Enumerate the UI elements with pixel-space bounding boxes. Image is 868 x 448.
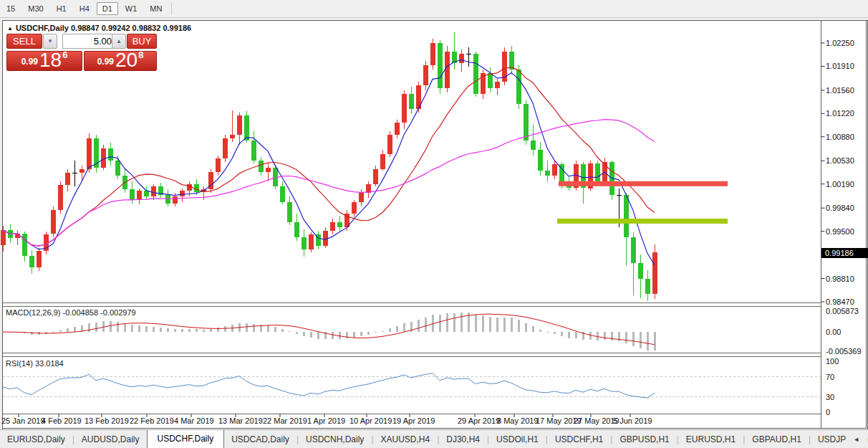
indicator-axis-label: -0.005369 [826,347,862,356]
volume-increase-icon[interactable]: ▲ [112,34,126,49]
chart-tab-usdchf-h1[interactable]: USDCHF,H1 [548,432,610,447]
chart-tab-usdjp[interactable]: USDJP [811,432,853,447]
chart-tab-gbpusd-h1[interactable]: GBPUSD,H1 [612,432,676,447]
timeframe-button-h4[interactable]: H4 [74,2,95,15]
buy-button[interactable]: BUY [127,34,157,49]
timeframe-button-h1[interactable]: H1 [51,2,72,15]
price-axis-label: 0.98810 [826,275,854,283]
price-axis-label: 1.00880 [826,133,854,141]
chart-tab-audusd-daily[interactable]: AUDUSD,Daily [74,432,147,447]
chart-tab-usdcnh-daily[interactable]: USDCNH,Daily [299,432,371,447]
toolbar-separator [171,2,172,15]
bid-pip-digit: 6 [62,49,67,60]
date-axis-label: 4 Feb 2019 [42,416,82,425]
date-axis-label: 4 Mar 2019 [174,416,214,425]
tab-scroll-left-icon[interactable]: ◄ [853,436,859,443]
price-axis-label: 1.01220 [826,109,854,118]
chart-symbol-label: USDCHF,Daily [16,24,69,32]
date-axis-label: 29 Apr 2019 [458,416,500,425]
chart-tab-eurusd-daily[interactable]: EURUSD,Daily [0,432,72,447]
timeframe-button-m30[interactable]: M30 [22,2,49,15]
date-axis-label: 1 Apr 2019 [307,416,345,425]
indicator-axis-label: 30 [826,393,834,401]
price-axis-label: 1.00530 [826,156,854,165]
indicator-axis-label: 70 [826,373,834,381]
chart-title: ▲USDCHF,Daily 0.98847 0.99242 0.98832 0.… [7,24,191,32]
indicator-axis-label: 0.005873 [826,307,859,315]
date-axis-label: 22 Feb 2019 [130,416,174,425]
timeframe-toolbar: 15M30H1H4D1W1MN [0,0,868,18]
sell-button[interactable]: SELL [6,34,42,49]
ask-big-digits: 20 [115,52,138,69]
price-axis-label: 1.01910 [826,62,854,70]
timeframe-button-w1[interactable]: W1 [120,2,143,15]
chart-tab-gbpaud-h1[interactable]: GBPAUD,H1 [745,432,808,447]
price-axis-label: 1.02250 [826,39,854,47]
chart-tab-dj30-h4[interactable]: DJ30,H4 [439,432,487,447]
timeframe-button-d1[interactable]: D1 [97,2,118,15]
indicator-axis-label: 0.00 [826,328,841,336]
date-axis-label: 13 Feb 2019 [85,416,129,425]
timeframe-button-15[interactable]: 15 [1,2,21,15]
date-axis-label: 10 Apr 2019 [349,416,392,425]
chart-ohlc-values: 0.98847 0.99242 0.98832 0.99186 [71,24,191,32]
price-axis-label: 1.00190 [826,180,854,189]
date-axis-label: 5 Jun 2019 [613,416,652,425]
price-axis-label: 0.99500 [826,227,854,236]
rsi-label: RSI(14) 33.0184 [6,359,64,368]
chart-tab-usdcad-daily[interactable]: USDCAD,Daily [224,432,296,447]
chart-tab-usdoil-h1[interactable]: USDOil,H1 [489,432,546,447]
timeframe-button-mn[interactable]: MN [144,2,168,15]
buy-price-box[interactable]: 0.99 20 8 [84,51,157,71]
current-price-tag: 0.99186 [821,248,868,258]
price-axis-label: 1.01560 [826,86,854,95]
chart-window[interactable] [2,20,868,430]
volume-input[interactable] [62,34,117,49]
date-axis-label: 13 Mar 2019 [218,416,263,425]
bid-big-digits: 18 [39,52,62,69]
indicator-axis-label: 0 [826,408,830,416]
indicator-axis-label: 100 [826,357,839,366]
date-axis-label: 19 Apr 2019 [392,416,435,425]
price-axis-label: 0.98470 [826,297,854,306]
price-axis-label: 0.99840 [826,204,854,212]
date-axis-label: 8 May 2019 [497,416,538,425]
volume-decrease-icon[interactable]: ▼ [43,34,57,49]
date-axis-label: 25 Jan 2019 [1,416,45,425]
ask-prefix: 0.99 [97,57,114,67]
chart-tab-bar: EURUSD,Daily|AUDUSD,DailyUSDCHF,DailyUSD… [0,429,868,448]
chart-tab-xauusd-h4[interactable]: XAUUSD,H4 [373,432,437,447]
bid-prefix: 0.99 [21,57,38,67]
symbol-collapse-icon[interactable]: ▲ [7,25,13,32]
chart-tab-eurusd-h1[interactable]: EURUSD,H1 [679,432,743,447]
ask-pip-digit: 8 [138,49,143,60]
macd-label: MACD(12,26,9) -0.004858 -0.002979 [6,308,136,317]
chart-tab-usdchf-daily[interactable]: USDCHF,Daily [147,429,225,448]
date-axis-label: 22 Mar 2019 [263,416,307,425]
sell-price-box[interactable]: 0.99 18 6 [6,51,82,71]
